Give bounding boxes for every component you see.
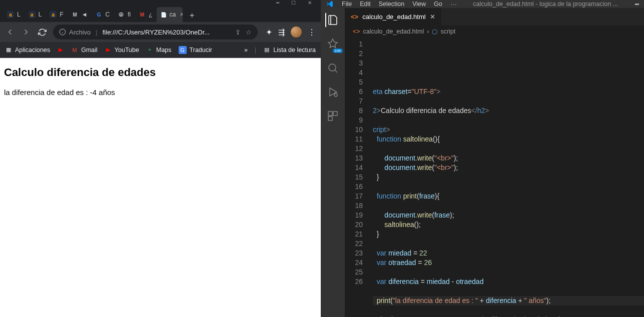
svg-point-6	[334, 94, 337, 96]
vscode-logo-icon	[326, 0, 334, 8]
apps-icon: ▦	[5, 46, 12, 54]
editor-tab[interactable]: <> calculo_de_edad.html ✕	[345, 8, 442, 26]
bookmark-traducir[interactable]: GTraducir	[179, 46, 212, 54]
browser-tab[interactable]: GC	[92, 7, 114, 22]
extensions-icon[interactable]: ✦	[266, 28, 272, 37]
reload-button[interactable]	[37, 27, 47, 37]
svg-line-4	[335, 70, 337, 72]
favicon-icon: a	[7, 11, 14, 18]
explorer-icon[interactable]	[325, 13, 339, 27]
menu-edit[interactable]: Edit	[360, 0, 371, 8]
menu-go[interactable]: Go	[434, 0, 442, 8]
gmail-icon: M	[71, 46, 78, 54]
html-file-icon: <>	[353, 28, 360, 35]
url-text: file:///C:/Users/RYZEN%203/OneDr...	[103, 28, 230, 36]
bookmark-gmail[interactable]: MGmail	[71, 46, 98, 54]
omnibox[interactable]: Archivo | file:///C:/Users/RYZEN%203/One…	[53, 24, 258, 40]
tab-close-icon[interactable]: ✕	[430, 13, 435, 20]
bookmark-youtube[interactable]: ▶YouTube	[105, 46, 139, 54]
code-lines: eta charset="UTF-8"> 2>Calculo diferenci…	[369, 38, 644, 317]
editor-area: <> calculo_de_edad.html ✕ <> calculo_de_…	[345, 8, 644, 317]
youtube-icon: ▶	[57, 46, 64, 54]
forward-button[interactable]	[21, 27, 31, 37]
browser-tab[interactable]: ⦿fi	[114, 7, 135, 22]
menu-overflow-icon[interactable]: ⋯	[450, 0, 457, 8]
menu-selection[interactable]: Selection	[379, 0, 404, 8]
nav-toolbar: Archivo | file:///C:/Users/RYZEN%203/One…	[0, 22, 321, 42]
symbol-icon: ⬡	[432, 28, 437, 36]
run-icon[interactable]	[326, 85, 340, 99]
favicon-icon: M	[72, 11, 79, 18]
favicon-icon: 📄	[161, 11, 167, 18]
page-heading: Calculo diferencia de edades	[4, 66, 317, 79]
new-tab-button[interactable]: +	[186, 9, 199, 22]
back-button[interactable]	[5, 27, 15, 37]
info-icon	[59, 28, 66, 36]
reading-list-button[interactable]: ▤Lista de lectura	[263, 46, 316, 54]
vscode-minimize-icon[interactable]: ━	[635, 0, 639, 8]
window-controls: ━ ☐ ✕	[0, 0, 321, 5]
menu-file[interactable]: File	[342, 0, 352, 8]
page-body-text: la diferencia de edad es : -4 años	[4, 88, 317, 96]
bookmark-star-icon[interactable]: ☆	[246, 28, 252, 36]
vscode-menu: File Edit Selection View Go ⋯	[342, 0, 457, 8]
browser-tab[interactable]: M¿	[135, 7, 156, 22]
menu-view[interactable]: View	[412, 0, 426, 8]
svg-rect-8	[333, 112, 337, 116]
maximize-icon[interactable]: ☐	[291, 0, 296, 6]
bookmark-youtube-icon[interactable]: ▶	[57, 46, 64, 54]
favicon-icon: a	[29, 11, 36, 18]
svg-rect-9	[328, 116, 332, 120]
translate-icon: G	[179, 46, 187, 54]
title-filename: calculo_de_edad.html - logica de la prog…	[473, 0, 618, 8]
svg-point-3	[329, 64, 336, 71]
close-icon[interactable]: ✕	[308, 0, 312, 6]
tab-strip: aL aL aF M◄ GC ⦿fi M¿ 📄ca✕ +	[0, 5, 321, 22]
browser-tab[interactable]: aL	[3, 7, 25, 22]
minimize-icon[interactable]: ━	[276, 0, 279, 6]
breadcrumbs[interactable]: <> calculo_de_edad.html › ⬡ script	[345, 26, 644, 38]
browser-tab-active[interactable]: 📄ca✕	[157, 7, 183, 22]
favicon-icon: a	[50, 11, 57, 18]
extensions-area: ✦ ⇶ ⋮	[266, 26, 316, 38]
maps-icon: ⌖	[146, 46, 153, 54]
url-scheme-chip: Archivo	[59, 28, 91, 36]
bookmark-maps[interactable]: ⌖Maps	[146, 46, 172, 54]
profile-avatar[interactable]	[291, 26, 302, 38]
search-icon[interactable]: 10K	[326, 37, 340, 51]
list-icon: ▤	[263, 46, 270, 54]
extensions-bar-icon[interactable]	[326, 109, 340, 123]
badge: 10K	[333, 48, 343, 53]
chrome-window: ━ ☐ ✕ aL aL aF M◄ GC ⦿fi M¿ 📄ca✕ + Archi…	[0, 0, 321, 317]
editor-tabbar: <> calculo_de_edad.html ✕	[345, 8, 644, 26]
favicon-icon: M	[139, 11, 146, 18]
favicon-icon: ⦿	[118, 11, 125, 18]
reading-list-icon[interactable]: ⇶	[278, 28, 285, 37]
youtube-icon: ▶	[105, 46, 112, 54]
vscode-window: File Edit Selection View Go ⋯ calculo_de…	[321, 0, 644, 317]
favicon-icon: G	[96, 11, 103, 18]
find-icon[interactable]	[326, 61, 340, 75]
browser-tab[interactable]: aF	[46, 7, 67, 22]
share-icon[interactable]: ⇪	[235, 28, 241, 36]
chrome-menu-icon[interactable]: ⋮	[308, 28, 316, 37]
browser-tab[interactable]: M◄	[68, 7, 92, 22]
line-gutter: 1234567891011121314151617181920212223242…	[345, 38, 369, 317]
bookmark-apps[interactable]: ▦Aplicaciones	[5, 46, 50, 54]
code-editor[interactable]: 1234567891011121314151617181920212223242…	[345, 38, 644, 317]
rendered-page: Calculo diferencia de edades la diferenc…	[0, 58, 321, 317]
svg-rect-7	[328, 112, 332, 116]
chrome-titlebar-area: ━ ☐ ✕ aL aL aF M◄ GC ⦿fi M¿ 📄ca✕ +	[0, 0, 321, 22]
browser-tab[interactable]: aL	[25, 7, 46, 22]
tab-close-icon[interactable]: ✕	[180, 11, 182, 18]
bookmarks-bar: ▦Aplicaciones ▶ MGmail ▶YouTube ⌖Maps GT…	[0, 42, 321, 58]
vscode-titlebar: File Edit Selection View Go ⋯ calculo_de…	[321, 0, 644, 8]
bookmarks-overflow[interactable]: »	[244, 46, 248, 54]
activity-bar: 10K	[321, 8, 345, 317]
html-file-icon: <>	[351, 13, 358, 20]
